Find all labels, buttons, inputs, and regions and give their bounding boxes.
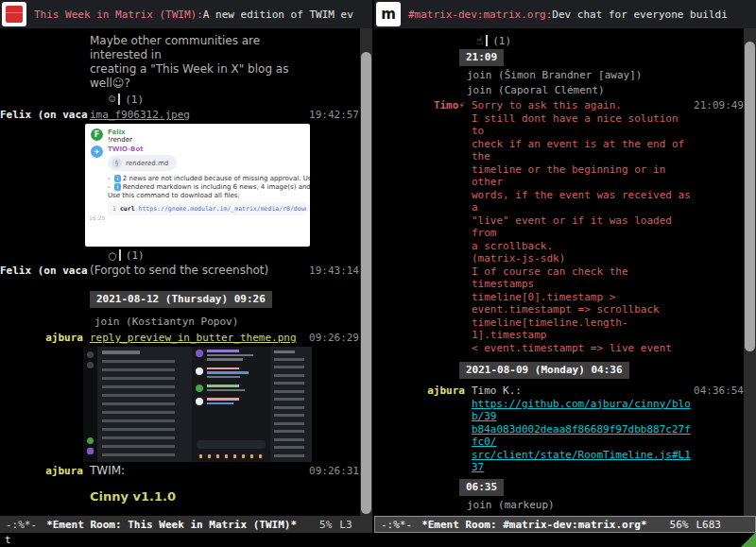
modeline-buffer-name: *Ement Room: #matrix-dev:matrix.org* xyxy=(421,519,646,531)
room-name: This Week in Matrix (TWIM): xyxy=(34,9,203,21)
membership-event: join (Šimon Brandner [away]) xyxy=(467,69,744,81)
tg-info-line: - iRendered markdown is including 6 news… xyxy=(108,183,310,191)
wink-emoji-icon: ☺ xyxy=(109,93,115,106)
message-text: Maybe other communities are interested i… xyxy=(90,34,306,91)
image-file-link[interactable]: reply_preview_in_butter_theme.png xyxy=(90,331,306,345)
modeline-buffer-name: *Ement Room: This Week in Matrix (TWIM)* xyxy=(46,519,297,531)
reaction-circle[interactable]: ◯(1) xyxy=(109,248,359,262)
embedded-image-telegram-render[interactable]: F Felix !render ✈ TWIO-Bot §rendered.md … xyxy=(85,124,310,247)
time-separator: 06:35 xyxy=(459,479,504,496)
sender-felix[interactable]: Felix (on vaca xyxy=(0,264,90,278)
circle-emoji-icon: ◯ xyxy=(109,248,116,263)
reaction-count: (1) xyxy=(125,94,144,106)
timestamp: 21:09:49 xyxy=(691,99,744,112)
message-row: Maybe other communities are interested i… xyxy=(0,34,359,91)
tg-timestamp: 16:25 xyxy=(89,214,105,221)
reaction-thumbs-up[interactable]: ☝(1) xyxy=(476,34,744,47)
date-separator: 2021-08-12 (Thursday) 09:26 xyxy=(90,291,272,308)
cinny-emoji-row xyxy=(197,453,266,459)
cinny-channel-list xyxy=(97,347,192,462)
mode-line-matrix-dev: -:%*- *Ement Room: #matrix-dev:matrix.or… xyxy=(374,516,756,533)
tg-info-line: - i2 news are not included because of mi… xyxy=(108,175,310,182)
timestamp: 19:43:14 xyxy=(306,264,359,278)
modeline-flags: -:%*- xyxy=(381,519,412,531)
tg-message: !render xyxy=(108,136,132,144)
sender-timo[interactable]: Timo⚡ xyxy=(374,99,472,112)
paperclip-icon: § xyxy=(112,158,122,168)
message-text: Sorry to ask this again. I still dont ha… xyxy=(472,99,691,354)
reaction-count: (1) xyxy=(492,35,511,47)
message-row: Timo⚡ Sorry to ask this again. I still d… xyxy=(374,99,744,354)
modeline-flags: -:%*- xyxy=(6,519,37,531)
modeline-line-number: L3 xyxy=(339,519,352,531)
membership-event: join (markeup) xyxy=(467,499,744,511)
github-link[interactable]: https://github.com/ajbura/cinny/blob/39 … xyxy=(472,398,691,474)
pane-twim-room: This Week in Matrix (TWIM): A new editio… xyxy=(0,0,374,533)
message-row: Cinny v1.1.0 xyxy=(0,489,359,504)
cursor-bar xyxy=(486,35,488,46)
sender-ajbura[interactable]: ajbura xyxy=(0,331,90,345)
message-row: ajbura TWIM: 09:26:31 xyxy=(0,464,359,478)
message-row: ajbura reply_preview_in_butter_theme.png… xyxy=(0,331,359,345)
modeline-position: 56% xyxy=(670,519,689,531)
pane-matrix-dev-room: m #matrix-dev:matrix.org: Dev chat for e… xyxy=(374,0,756,533)
twim-message-area: Maybe other communities are interested i… xyxy=(0,28,372,516)
twim-room-avatar[interactable] xyxy=(2,2,26,26)
tg-code-block: 1curl https://gnome.modular.im/_matrix/m… xyxy=(108,202,306,215)
felix-avatar: F xyxy=(91,128,103,141)
timestamp: 19:42:57 xyxy=(306,108,359,122)
reaction-wink[interactable]: ☺(1) xyxy=(109,93,359,106)
room-topic: A new edition of TWIM ev xyxy=(203,9,353,21)
message-row: ajbura Timo K.: https://github.com/ajbur… xyxy=(374,385,744,474)
cursor-bar xyxy=(119,249,121,261)
scrollbar-thumb[interactable] xyxy=(361,52,371,514)
reaction-count: (1) xyxy=(126,249,145,262)
cursor-bar xyxy=(118,94,120,105)
room-name: #matrix-dev:matrix.org: xyxy=(408,9,552,21)
cinny-space-bar xyxy=(83,347,97,462)
timestamp: 09:26:29 xyxy=(306,331,359,345)
membership-event: join (Kostiantyn Popov) xyxy=(94,316,359,328)
modeline-position: 5% xyxy=(319,519,332,531)
room-header-twim: This Week in Matrix (TWIM): A new editio… xyxy=(0,0,372,28)
cinny-input-bar xyxy=(197,440,266,449)
image-file-link[interactable]: ima_f906312.jpeg xyxy=(90,108,306,122)
scrollbar[interactable] xyxy=(360,28,372,516)
timestamp: 09:26:31 xyxy=(306,464,359,478)
emacs-frame: This Week in Matrix (TWIM): A new editio… xyxy=(0,0,756,547)
time-separator: 21:09 xyxy=(459,49,504,66)
embedded-image-cinny-screenshot[interactable] xyxy=(83,347,312,462)
sender-felix[interactable]: Felix (on vaca xyxy=(0,108,90,122)
matrix-dev-message-area: ☝(1) 21:09 join (Šimon Brandner [away]) … xyxy=(374,28,756,516)
message-text: Timo K.: https://github.com/ajbura/cinny… xyxy=(472,385,691,474)
tg-sender-name: Felix xyxy=(108,128,132,136)
timestamp: 04:36:54 xyxy=(691,385,744,398)
message-text: (Forgot to send the screenshot) xyxy=(90,264,306,278)
scrollbar[interactable] xyxy=(744,28,756,516)
cinny-member-list xyxy=(270,347,312,462)
tg-instruction: Use this command to download all files: xyxy=(108,192,310,199)
modeline-line-number: L683 xyxy=(696,519,721,531)
message-row: Felix (on vaca ima_f906312.jpeg 19:42:57 xyxy=(0,108,359,122)
sender-ajbura[interactable]: ajbura xyxy=(374,385,472,398)
info-icon: i xyxy=(114,175,121,182)
twim-logo-icon xyxy=(6,6,23,23)
heading: Cinny v1.1.0 xyxy=(90,489,306,504)
membership-event: join (Caporal Clément) xyxy=(467,84,744,96)
cinny-chat-area xyxy=(192,347,270,462)
resize-corner-triangle xyxy=(741,532,756,547)
message-text: TWIM: xyxy=(90,464,306,478)
message-row: Felix (on vaca (Forgot to send the scree… xyxy=(0,264,359,278)
matrix-dev-room-avatar[interactable]: m xyxy=(376,2,401,26)
echo-area[interactable]: t xyxy=(0,533,756,547)
m-letter-icon: m xyxy=(381,6,396,23)
date-separator: 2021-08-09 (Monday) 04:36 xyxy=(459,362,629,379)
scrollbar-thumb[interactable] xyxy=(745,42,755,351)
sender-ajbura[interactable]: ajbura xyxy=(0,464,90,478)
info-icon: i xyxy=(114,183,121,191)
tg-bot-name: TWIO-Bot xyxy=(108,145,310,153)
room-topic: Dev chat for everyone buildi xyxy=(552,9,727,21)
mode-line-twim: -:%*- *Ement Room: This Week in Matrix (… xyxy=(0,516,372,533)
thumbs-up-emoji-icon: ☝ xyxy=(476,34,483,47)
room-header-matrix-dev: m #matrix-dev:matrix.org: Dev chat for e… xyxy=(374,0,756,28)
